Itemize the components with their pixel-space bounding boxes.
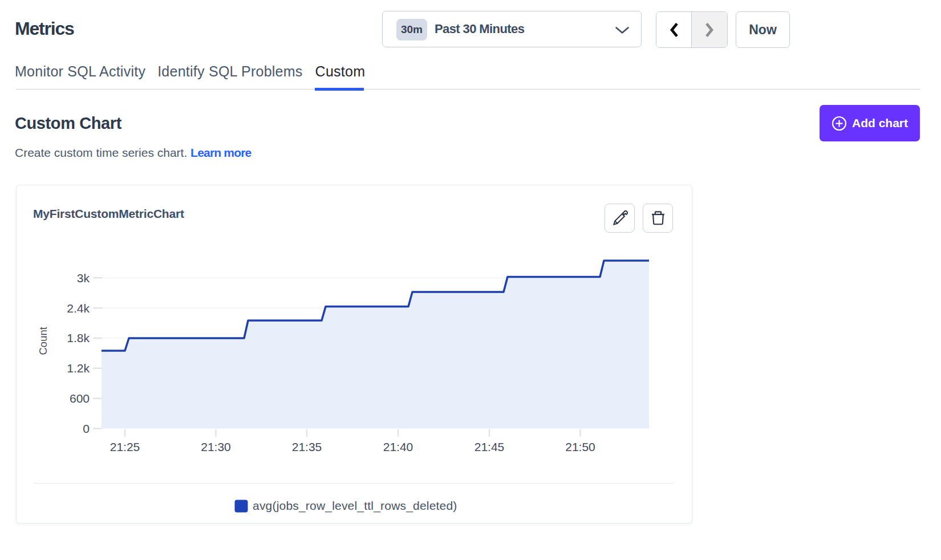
svg-text:21:25: 21:25 bbox=[110, 440, 140, 453]
svg-text:avg(jobs_row_level_ttl_rows_de: avg(jobs_row_level_ttl_rows_deleted) bbox=[253, 499, 457, 513]
svg-text:1.8k: 1.8k bbox=[67, 331, 90, 344]
svg-text:21:50: 21:50 bbox=[565, 440, 595, 453]
svg-text:0: 0 bbox=[83, 422, 90, 435]
svg-text:Count: Count bbox=[37, 327, 49, 355]
svg-text:3k: 3k bbox=[77, 271, 90, 285]
svg-text:2.4k: 2.4k bbox=[67, 302, 90, 315]
svg-text:1.2k: 1.2k bbox=[67, 362, 90, 375]
svg-text:21:30: 21:30 bbox=[201, 440, 231, 453]
svg-text:600: 600 bbox=[70, 392, 90, 405]
svg-text:21:35: 21:35 bbox=[292, 440, 322, 453]
svg-text:21:40: 21:40 bbox=[383, 440, 413, 453]
svg-text:21:45: 21:45 bbox=[474, 440, 505, 453]
